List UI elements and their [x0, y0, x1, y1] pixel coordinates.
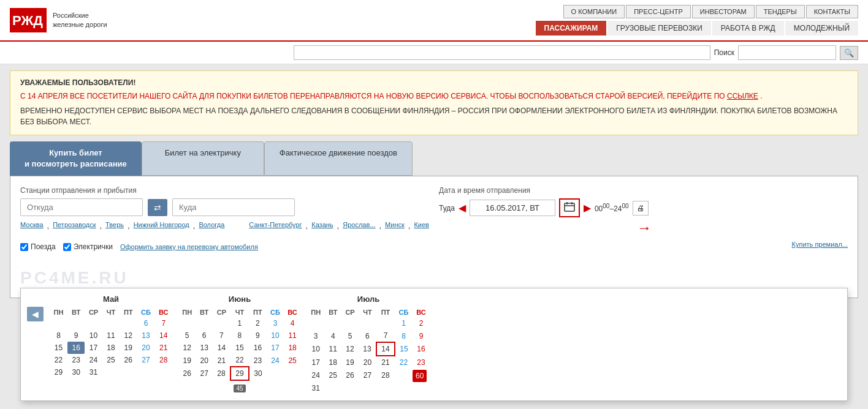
june-1[interactable]: 1: [230, 317, 249, 329]
notice-link[interactable]: ССЫЛКЕ: [727, 92, 758, 100]
may-7[interactable]: 7: [154, 317, 172, 329]
may-19[interactable]: 19: [120, 342, 137, 354]
may-8[interactable]: 8: [50, 329, 67, 342]
may-11[interactable]: 11: [102, 329, 120, 342]
may-22[interactable]: 22: [50, 354, 67, 366]
print-button[interactable]: 🖨: [633, 201, 649, 216]
may-29[interactable]: 29: [50, 366, 67, 378]
to-link-yaroslav[interactable]: Ярослав...: [343, 221, 375, 230]
june-15[interactable]: 15: [230, 342, 249, 354]
date-prev-button[interactable]: ◀: [459, 202, 466, 214]
from-link-petro[interactable]: Петрозаводск: [53, 221, 96, 230]
july-24[interactable]: 24: [307, 369, 324, 382]
july-26[interactable]: 26: [341, 369, 359, 382]
search-field[interactable]: [738, 45, 836, 60]
july-16[interactable]: 16: [413, 342, 430, 356]
tab-buy-ticket[interactable]: Купить билети посмотреть расписание: [10, 141, 142, 176]
july-28[interactable]: 28: [376, 369, 395, 382]
may-28[interactable]: 28: [154, 354, 172, 366]
nav-btn-passengers[interactable]: ПАССАЖИРАМ: [536, 21, 607, 36]
from-link-nizhniy[interactable]: Нижний Новгород: [134, 221, 189, 230]
june-23[interactable]: 23: [249, 354, 267, 367]
june-12[interactable]: 12: [178, 342, 196, 354]
june-24[interactable]: 24: [267, 354, 284, 367]
calendar-prev-button[interactable]: ◀: [27, 307, 44, 321]
tab-elektrichka[interactable]: Билет на электричку: [142, 141, 264, 176]
july-2[interactable]: 2: [413, 317, 430, 329]
june-26[interactable]: 26: [178, 367, 196, 380]
may-31[interactable]: 31: [85, 366, 102, 378]
july-13[interactable]: 13: [359, 342, 376, 356]
july-31[interactable]: 31: [307, 382, 324, 394]
june-4[interactable]: 4: [284, 317, 301, 329]
june-5[interactable]: 5: [178, 329, 196, 342]
from-link-moscow[interactable]: Москва: [20, 221, 44, 230]
may-13[interactable]: 13: [137, 329, 154, 342]
may-18[interactable]: 18: [102, 342, 120, 354]
july-8[interactable]: 8: [395, 329, 413, 342]
may-6[interactable]: 6: [137, 317, 154, 329]
june-21[interactable]: 21: [213, 354, 230, 367]
may-21[interactable]: 21: [154, 342, 172, 354]
june-27[interactable]: 27: [196, 367, 213, 380]
july-6[interactable]: 6: [359, 329, 376, 342]
nav-btn-youth[interactable]: МОЛОДЕЖНЫЙ: [785, 21, 858, 36]
june-30[interactable]: 30: [249, 367, 267, 380]
june-13[interactable]: 13: [196, 342, 213, 354]
to-link-spb[interactable]: Санкт-Петербург: [249, 221, 302, 230]
july-7[interactable]: 7: [376, 329, 395, 342]
main-search-input[interactable]: [294, 45, 710, 60]
july-19[interactable]: 19: [341, 356, 359, 369]
july-15[interactable]: 15: [395, 342, 413, 356]
june-29-highlighted[interactable]: 29: [230, 367, 249, 380]
to-link-kazan[interactable]: Казань: [311, 221, 333, 230]
may-12[interactable]: 12: [120, 329, 137, 342]
checkbox-elektrichka-label[interactable]: Электрички: [63, 242, 113, 251]
may-14[interactable]: 14: [154, 329, 172, 342]
july-3[interactable]: 3: [307, 329, 324, 342]
swap-stations-button[interactable]: ⇄: [148, 199, 167, 216]
may-17[interactable]: 17: [85, 342, 102, 354]
may-30[interactable]: 30: [67, 366, 85, 378]
july-18[interactable]: 18: [324, 356, 341, 369]
nav-btn-freight[interactable]: ГРУЗОВЫЕ ПЕРЕВОЗКИ: [607, 21, 710, 36]
july-25[interactable]: 25: [324, 369, 341, 382]
nav-btn-tenders[interactable]: ТЕНДЕРЫ: [756, 5, 805, 18]
july-9[interactable]: 9: [413, 329, 430, 342]
june-19[interactable]: 19: [178, 354, 196, 367]
june-16[interactable]: 16: [249, 342, 267, 354]
june-2[interactable]: 2: [249, 317, 267, 329]
may-26[interactable]: 26: [120, 354, 137, 366]
july-17[interactable]: 17: [307, 356, 324, 369]
july-5[interactable]: 5: [341, 329, 359, 342]
july-20[interactable]: 20: [359, 356, 376, 369]
nav-btn-contacts[interactable]: КОНТАКТЫ: [806, 5, 858, 18]
nav-btn-about[interactable]: О КОМПАНИИ: [563, 5, 625, 18]
june-20[interactable]: 20: [196, 354, 213, 367]
may-25[interactable]: 25: [102, 354, 120, 366]
search-submit-button[interactable]: 🔍: [840, 46, 858, 60]
to-input[interactable]: [172, 198, 295, 216]
june-22[interactable]: 22: [230, 354, 249, 367]
july-21[interactable]: 21: [376, 356, 395, 369]
june-6[interactable]: 6: [196, 329, 213, 342]
july-23[interactable]: 23: [413, 356, 430, 369]
july-11[interactable]: 11: [324, 342, 341, 356]
july-12[interactable]: 12: [341, 342, 359, 356]
date-next-button[interactable]: ▶: [584, 202, 591, 214]
nav-btn-press[interactable]: ПРЕСС-ЦЕНТР: [626, 5, 691, 18]
july-4[interactable]: 4: [324, 329, 341, 342]
to-link-kiev[interactable]: Киев: [414, 221, 429, 230]
july-22[interactable]: 22: [395, 356, 413, 369]
july-10[interactable]: 10: [307, 342, 324, 356]
july-27[interactable]: 27: [359, 369, 376, 382]
may-27[interactable]: 27: [137, 354, 154, 366]
may-16-today[interactable]: 16: [67, 342, 85, 354]
june-11[interactable]: 11: [284, 329, 301, 342]
premium-link[interactable]: Купить премиал...: [792, 241, 848, 248]
checkbox-trains[interactable]: [20, 243, 28, 251]
may-20[interactable]: 20: [137, 342, 154, 354]
june-14[interactable]: 14: [213, 342, 230, 354]
to-link-minsk[interactable]: Минск: [385, 221, 405, 230]
auto-transport-link[interactable]: Оформить заявку на перевозку автомобиля: [120, 243, 258, 250]
